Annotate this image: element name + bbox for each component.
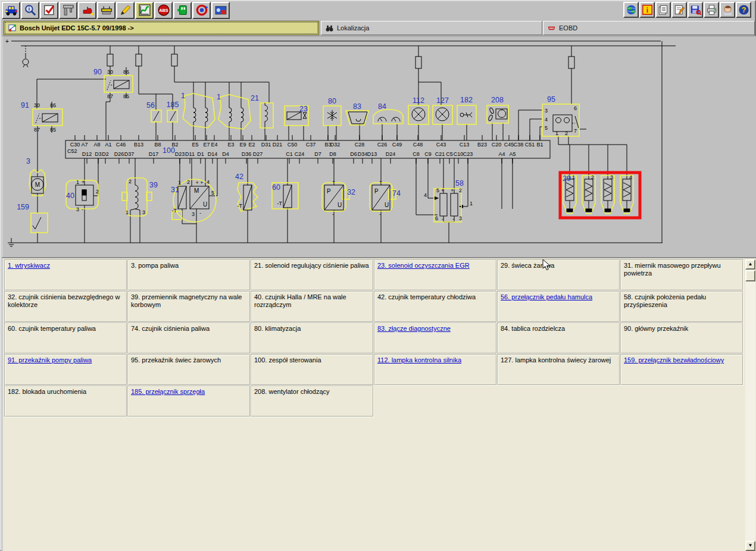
climate-system-button[interactable]	[211, 2, 230, 19]
legend-link[interactable]: 159. przełącznik bezwładnościowy	[624, 356, 724, 364]
tab-lokalizacja[interactable]: Lokalizacja	[321, 21, 542, 35]
svg-text:B23: B23	[477, 142, 487, 148]
svg-text:21: 21	[251, 94, 259, 102]
legend-cell[interactable]: 185. przełącznik sprzęgła	[127, 386, 251, 417]
svg-text:-: -	[332, 211, 334, 217]
fuel-system-icon	[100, 4, 113, 17]
save-button[interactable]	[688, 2, 703, 18]
abs-brakes-icon: ABS	[157, 4, 170, 17]
measurement-caliper-button[interactable]	[59, 2, 77, 19]
legend-cell: 127. lampka kontrolna świecy żarowej	[497, 354, 620, 386]
svg-text:159: 159	[17, 203, 29, 211]
legend-link[interactable]: 23. solenoid oczyszczania EGR	[377, 262, 470, 269]
svg-text:D8: D8	[329, 151, 336, 157]
svg-text:C1: C1	[286, 151, 293, 157]
svg-text:C13: C13	[460, 142, 470, 148]
documents-button[interactable]	[655, 2, 671, 18]
legend-cell[interactable]: 112. lampka kontrolna silnika	[374, 354, 497, 386]
connector-pinout-button[interactable]	[173, 2, 192, 19]
svg-text:5: 5	[545, 125, 548, 131]
wiring-diagram-panel[interactable]: +	[1, 36, 756, 257]
connector-pinout-icon	[176, 4, 189, 17]
svg-text:-: -	[442, 216, 443, 222]
svg-text:95: 95	[547, 95, 555, 104]
wiring-diagram[interactable]: +	[3, 36, 756, 257]
svg-text:D1: D1	[197, 151, 204, 157]
timing-belt-icon	[195, 4, 208, 17]
legend-cell[interactable]: 56. przełącznik pedału hamulca	[497, 291, 620, 323]
information-button[interactable]: i	[639, 2, 655, 18]
legend-link[interactable]: 83. złącze diagnostyczne	[377, 325, 451, 332]
svg-text:ABS: ABS	[159, 8, 168, 13]
legend-text: 32. czujnik ciśnienia bezwzględnego w ko…	[8, 293, 120, 308]
help-button[interactable]: ?	[736, 2, 751, 18]
svg-text:80: 80	[328, 97, 336, 105]
svg-text:-T: -T	[277, 201, 283, 206]
svg-text:D34: D34	[358, 151, 368, 157]
tab-bar: Bosch Unijet EDC 15C-5.7 09/1998 -> Loka…	[1, 20, 755, 36]
notes-button[interactable]	[671, 2, 687, 18]
svg-text:A1: A1	[105, 142, 111, 148]
svg-text:D32: D32	[330, 142, 340, 148]
assistant-button[interactable]	[720, 2, 735, 18]
legend-link[interactable]: 112. lampka kontrolna silnika	[377, 356, 461, 364]
svg-text:D6: D6	[350, 151, 357, 157]
inspection-checklist-button[interactable]	[40, 2, 58, 19]
legend-cell[interactable]: 91. przekaźnik pompy paliwa	[4, 354, 127, 386]
svg-text:112: 112	[413, 96, 424, 105]
legend-link[interactable]: 56. przełącznik pedału hamulca	[501, 293, 592, 300]
edit-pencil-icon	[119, 4, 132, 17]
svg-text:C21: C21	[435, 151, 445, 157]
svg-text:A7: A7	[81, 142, 88, 148]
legend-cell[interactable]: 159. przełącznik bezwładnościowy	[620, 354, 743, 386]
legend-link[interactable]: 91. przekaźnik pompy paliwa	[8, 356, 92, 364]
svg-text:C26: C26	[377, 142, 388, 148]
svg-text:56: 56	[146, 101, 155, 109]
edit-pencil-button[interactable]	[116, 2, 135, 19]
save-icon	[690, 4, 701, 15]
legend-cell[interactable]: 83. złącze diagnostyczne	[374, 323, 497, 354]
fuel-system-button[interactable]	[97, 2, 115, 19]
ecu-pin-labels: C30A7A8A1C46B13B8B2E5E7E4E3E9E2D31D21C50…	[70, 135, 543, 164]
svg-text:1: 1	[470, 201, 473, 206]
svg-text:+ +: + +	[195, 180, 203, 186]
scrollbar[interactable]: ▲ ▼	[745, 259, 755, 551]
inspection-checklist-icon	[43, 4, 56, 17]
measurement-caliper-icon	[62, 4, 75, 17]
svg-text:E2: E2	[248, 142, 255, 148]
svg-text:7: 7	[574, 128, 577, 134]
internet-button[interactable]	[623, 2, 639, 18]
legend-cell[interactable]: 23. solenoid oczyszczania EGR	[374, 259, 497, 291]
legend-link[interactable]: 185. przełącznik sprzęgła	[131, 388, 205, 395]
scroll-thumb[interactable]	[745, 270, 755, 281]
car-data-button[interactable]	[2, 2, 20, 19]
timing-belt-button[interactable]	[192, 2, 211, 19]
svg-text:6: 6	[435, 215, 438, 221]
engine-oil-button[interactable]	[78, 2, 96, 19]
svg-text:C49: C49	[392, 142, 402, 148]
scroll-down-button[interactable]: ▼	[745, 541, 755, 551]
svg-text:C24: C24	[295, 151, 305, 157]
legend-cell[interactable]: 1. wtryskiwacz	[4, 259, 127, 291]
scr oll-up-button[interactable]: ▲	[745, 259, 755, 270]
tab-wiring-diagram[interactable]: Bosch Unijet EDC 15C-5.7 09/1998 ->	[4, 21, 319, 35]
legend-link[interactable]: 1. wtryskiwacz	[8, 262, 50, 269]
legend-cell: 58. czujnik położenia pedału przyśpiesze…	[620, 291, 743, 323]
legend-text: 182. blokada uruchomienia	[8, 388, 86, 395]
information-icon: i	[642, 4, 653, 15]
legend-panel: 1. wtryskiwacz3. pompa paliwa21. solenoi…	[1, 257, 756, 551]
svg-text:U: U	[385, 202, 389, 208]
svg-text:D17: D17	[149, 151, 159, 157]
legend-cell: 3. pompa paliwa	[127, 259, 251, 291]
wiring-diagrams-button[interactable]	[135, 2, 154, 19]
legend-text: 31. miernik masowego przepływu powietrza	[624, 262, 721, 277]
svg-text:87: 87	[34, 127, 40, 133]
identification-button[interactable]: i	[21, 2, 39, 19]
svg-text:3: 3	[76, 206, 79, 212]
print-button[interactable]	[704, 2, 719, 18]
abs-brakes-button[interactable]: ABS	[154, 2, 173, 19]
tab-eobd[interactable]: EOBD	[543, 21, 755, 35]
legend-text: 29. świeca żarowa	[501, 262, 555, 269]
svg-text:4: 4	[207, 179, 210, 185]
svg-text:2: 2	[459, 187, 462, 193]
